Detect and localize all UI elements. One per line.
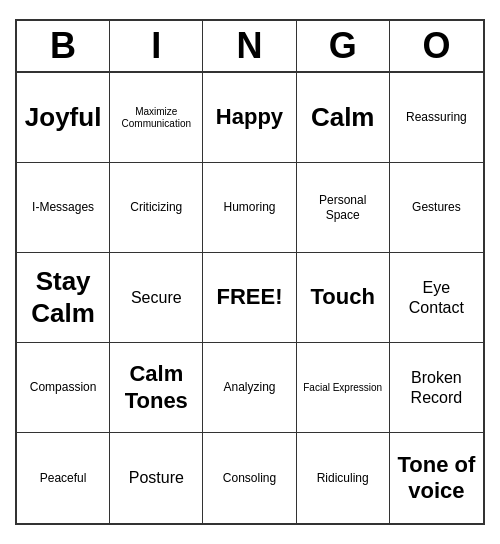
bingo-cell[interactable]: Peaceful: [17, 433, 110, 523]
cell-text: Ridiculing: [317, 471, 369, 485]
bingo-header: BINGO: [17, 21, 483, 73]
cell-text: Analyzing: [223, 380, 275, 394]
bingo-cell[interactable]: I-Messages: [17, 163, 110, 253]
bingo-cell[interactable]: Broken Record: [390, 343, 483, 433]
cell-text: Compassion: [30, 380, 97, 394]
cell-text: Joyful: [25, 102, 102, 133]
cell-text: Facial Expression: [303, 382, 382, 394]
bingo-cell[interactable]: Humoring: [203, 163, 296, 253]
bingo-cell[interactable]: Analyzing: [203, 343, 296, 433]
cell-text: Gestures: [412, 200, 461, 214]
cell-text: Eye Contact: [394, 278, 479, 316]
header-letter: I: [110, 21, 203, 71]
cell-text: Secure: [131, 288, 182, 307]
bingo-cell[interactable]: Stay Calm: [17, 253, 110, 343]
bingo-cell[interactable]: Eye Contact: [390, 253, 483, 343]
cell-text: Touch: [311, 284, 375, 310]
cell-text: Peaceful: [40, 471, 87, 485]
cell-text: Reassuring: [406, 110, 467, 124]
bingo-cell[interactable]: Happy: [203, 73, 296, 163]
bingo-card: BINGO JoyfulMaximize CommunicationHappyC…: [15, 19, 485, 525]
cell-text: Humoring: [223, 200, 275, 214]
bingo-cell[interactable]: Posture: [110, 433, 203, 523]
bingo-cell[interactable]: Consoling: [203, 433, 296, 523]
cell-text: Happy: [216, 104, 283, 130]
bingo-cell[interactable]: Maximize Communication: [110, 73, 203, 163]
header-letter: N: [203, 21, 296, 71]
cell-text: Broken Record: [394, 368, 479, 406]
header-letter: B: [17, 21, 110, 71]
bingo-cell[interactable]: Ridiculing: [297, 433, 390, 523]
cell-text: Consoling: [223, 471, 276, 485]
cell-text: Calm: [311, 102, 375, 133]
cell-text: FREE!: [216, 284, 282, 310]
header-letter: G: [297, 21, 390, 71]
cell-text: Posture: [129, 468, 184, 487]
bingo-cell[interactable]: Secure: [110, 253, 203, 343]
bingo-cell[interactable]: Compassion: [17, 343, 110, 433]
bingo-cell[interactable]: Joyful: [17, 73, 110, 163]
bingo-cell[interactable]: Reassuring: [390, 73, 483, 163]
cell-text: Calm Tones: [114, 361, 198, 414]
cell-text: I-Messages: [32, 200, 94, 214]
cell-text: Criticizing: [130, 200, 182, 214]
cell-text: Personal Space: [301, 193, 385, 222]
bingo-cell[interactable]: Calm: [297, 73, 390, 163]
bingo-cell[interactable]: Gestures: [390, 163, 483, 253]
header-letter: O: [390, 21, 483, 71]
bingo-grid: JoyfulMaximize CommunicationHappyCalmRea…: [17, 73, 483, 523]
cell-text: Maximize Communication: [114, 106, 198, 130]
bingo-cell[interactable]: Touch: [297, 253, 390, 343]
bingo-cell[interactable]: Tone of voice: [390, 433, 483, 523]
bingo-cell[interactable]: FREE!: [203, 253, 296, 343]
cell-text: Tone of voice: [394, 452, 479, 505]
bingo-cell[interactable]: Calm Tones: [110, 343, 203, 433]
bingo-cell[interactable]: Personal Space: [297, 163, 390, 253]
bingo-cell[interactable]: Criticizing: [110, 163, 203, 253]
bingo-cell[interactable]: Facial Expression: [297, 343, 390, 433]
cell-text: Stay Calm: [21, 266, 105, 328]
